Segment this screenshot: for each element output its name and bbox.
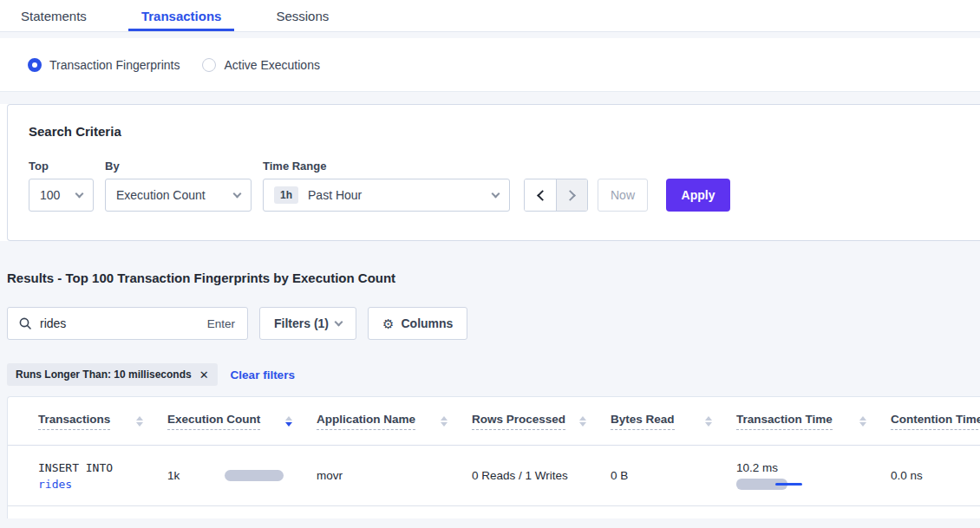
chevron-down-icon [492, 189, 500, 198]
column-header-application-name: Application Name [317, 413, 472, 430]
radio-label: Transaction Fingerprints [49, 58, 180, 72]
transaction-time-cell: 10.2 ms [736, 461, 891, 490]
column-header-transaction-time: Transaction Time [736, 413, 891, 430]
tab-sessions[interactable]: Sessions [263, 0, 342, 31]
results-heading: Results - Top 100 Transaction Fingerprin… [7, 270, 980, 286]
tab-transactions[interactable]: Transactions [128, 0, 235, 31]
gear-icon: ⚙ [382, 317, 394, 330]
radio-transaction-fingerprints[interactable]: Transaction Fingerprints [28, 58, 180, 72]
chevron-down-icon [335, 317, 343, 326]
time-range-field-group: Time Range 1h Past Hour [263, 160, 524, 212]
column-header-execution-count: Execution Count [167, 413, 317, 430]
bytes-read-cell: 0 B [611, 469, 736, 482]
sort-icon[interactable] [441, 416, 448, 427]
spacer [0, 92, 980, 104]
chevron-down-icon [233, 189, 242, 198]
time-range-value: Past Hour [308, 188, 493, 202]
time-range-select[interactable]: 1h Past Hour [263, 179, 510, 212]
sort-icon[interactable] [859, 416, 866, 427]
by-select-value: Execution Count [116, 188, 234, 202]
time-window-arrows [524, 179, 588, 212]
column-header-rows-processed: Rows Processed [472, 413, 611, 430]
sort-icon[interactable] [705, 416, 712, 427]
columns-button-label: Columns [401, 316, 453, 330]
tab-statements[interactable]: Statements [8, 0, 100, 31]
column-header-label[interactable]: Bytes Read [611, 413, 675, 430]
results-search-box: Enter [7, 307, 248, 340]
table-header-row: Transactions Execution Count Application… [8, 397, 980, 446]
rows-processed-cell: 0 Reads / 1 Writes [472, 469, 611, 482]
column-header-contention-time: Contention Time [891, 413, 980, 430]
search-input[interactable] [40, 316, 199, 330]
execution-count-value: 1k [167, 469, 180, 482]
filter-chip: Runs Longer Than: 10 milliseconds ✕ [7, 363, 218, 386]
spacer [0, 32, 980, 38]
apply-button[interactable]: Apply [666, 179, 730, 212]
search-enter-hint: Enter [207, 317, 235, 330]
sort-icon[interactable] [579, 416, 586, 427]
by-field-group: By Execution Count [105, 160, 263, 212]
search-criteria-card: Search Criteria Top 100 By Execution Cou… [7, 104, 980, 241]
column-header-transactions: Transactions [38, 413, 167, 430]
filters-button[interactable]: Filters (1) [259, 307, 356, 340]
execution-count-bar [225, 470, 284, 481]
radio-active-executions[interactable]: Active Executions [202, 58, 320, 72]
chevron-left-icon [537, 190, 548, 201]
column-header-label[interactable]: Contention Time [891, 413, 980, 430]
stddev-latency-line [775, 483, 802, 486]
close-icon[interactable]: ✕ [199, 368, 209, 381]
sort-icon[interactable] [136, 416, 143, 427]
search-criteria-title: Search Criteria [29, 124, 980, 139]
top-label: Top [29, 160, 105, 173]
time-range-label: Time Range [263, 160, 524, 173]
filter-chip-label: Runs Longer Than: 10 milliseconds [16, 368, 192, 381]
results-section: Results - Top 100 Transaction Fingerprin… [0, 241, 980, 528]
application-name-cell: movr [317, 469, 472, 482]
clear-filters-link[interactable]: Clear filters [231, 368, 295, 381]
column-header-label[interactable]: Rows Processed [472, 413, 565, 430]
column-header-label[interactable]: Transaction Time [736, 413, 833, 430]
page-tabs: Statements Transactions Sessions [0, 0, 980, 32]
by-select[interactable]: Execution Count [105, 179, 252, 212]
column-header-label[interactable]: Transactions [38, 413, 110, 430]
now-button[interactable]: Now [598, 179, 648, 212]
contention-time-cell: 0.0 ns [891, 469, 980, 482]
table-row: INSERT INTO rides 1k movr 0 Reads / 1 Wr… [8, 446, 980, 506]
radio-label: Active Executions [224, 58, 320, 72]
transaction-time-value: 10.2 ms [736, 461, 778, 474]
view-toggle-bar: Transaction Fingerprints Active Executio… [0, 38, 980, 92]
column-header-label[interactable]: Application Name [317, 413, 415, 430]
radio-unselected-icon [202, 58, 216, 72]
top-field-group: Top 100 [29, 160, 105, 212]
filters-button-label: Filters (1) [274, 316, 329, 330]
transaction-fingerprint-cell: INSERT INTO rides [38, 460, 167, 492]
search-icon [19, 317, 31, 329]
radio-selected-icon [28, 58, 42, 72]
chevron-down-icon [75, 189, 84, 198]
transactions-table: Transactions Execution Count Application… [7, 396, 980, 518]
time-range-badge: 1h [274, 186, 298, 204]
by-label: By [105, 160, 263, 173]
column-header-bytes-read: Bytes Read [611, 413, 736, 430]
execution-count-cell: 1k [167, 469, 317, 482]
next-time-window-button[interactable] [556, 179, 587, 211]
transaction-fingerprint-link[interactable]: rides [38, 476, 167, 492]
sort-desc-icon[interactable] [285, 416, 292, 427]
chevron-right-icon [565, 190, 576, 201]
top-select-value: 100 [40, 188, 76, 202]
transaction-statement-text: INSERT INTO [38, 460, 167, 476]
top-select[interactable]: 100 [29, 179, 94, 212]
column-header-label[interactable]: Execution Count [167, 413, 260, 430]
previous-time-window-button[interactable] [525, 179, 556, 211]
columns-button[interactable]: ⚙ Columns [368, 307, 467, 340]
transaction-time-bar [736, 479, 802, 490]
